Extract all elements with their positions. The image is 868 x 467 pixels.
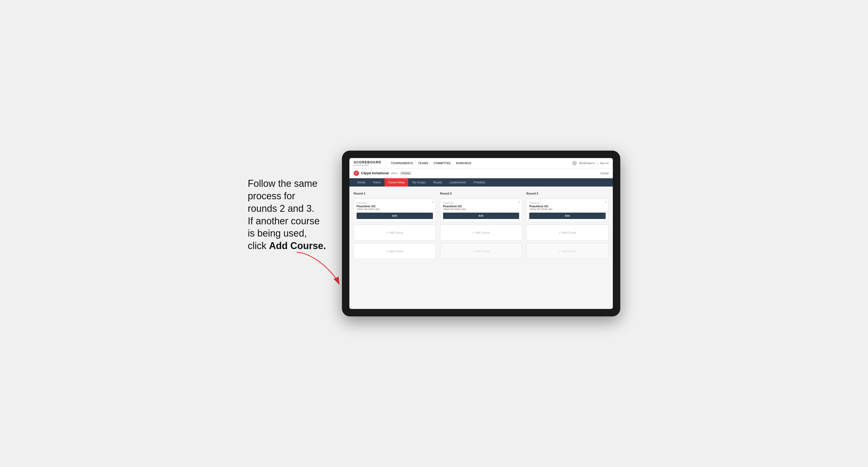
round-3-course-details: Yellow (M) (6629 yds) (529, 208, 606, 211)
tab-teams[interactable]: Teams (369, 178, 384, 187)
tournament-info: C Clippd Invitational (Men) Hosting (354, 170, 411, 176)
instruction-line5: is being used, (248, 228, 307, 239)
tablet: SCOREBOARD Powered by clippd TOURNAMENTS… (342, 151, 620, 316)
plus-icon-r2-2: + (473, 250, 475, 253)
round-1-course-type: (Course A) (356, 202, 433, 204)
round-2-edit-button[interactable]: Edit (443, 213, 519, 219)
plus-icon-r3-1: + (559, 231, 561, 235)
sub-header: C Clippd Invitational (Men) Hosting Canc… (349, 168, 613, 178)
instruction-line4: If another course (248, 216, 319, 226)
round-2-remove-button[interactable]: × (518, 200, 520, 204)
logo-sub: Powered by clippd (354, 164, 381, 166)
pipe-separator: | (597, 162, 598, 164)
round-2-label: Round 2 (440, 192, 522, 195)
instruction-line3: rounds 2 and 3. (248, 203, 314, 214)
round-3-edit-button[interactable]: Edit (529, 213, 606, 219)
round-3-course-type: (Course A) (529, 202, 606, 204)
add-course-label-r1-1: Add Course (389, 231, 403, 234)
plus-icon-r3-2: + (559, 250, 561, 253)
tab-bar: Details Teams Course Setup Tee Groups Re… (349, 178, 613, 187)
round-2-course-card: × (Course A) Peachtree GC Yellow (M) (66… (440, 199, 522, 222)
nav-rankings[interactable]: RANKINGS (456, 162, 471, 165)
logo-scoreboard: SCOREBOARD (354, 160, 381, 164)
round-1-course-card: × (Course A) Peachtree GC Yellow (M) (66… (354, 199, 436, 222)
instruction-line1: Follow the same (248, 178, 317, 189)
nav-links: TOURNAMENTS TEAMS COMMITTEE RANKINGS (391, 162, 566, 165)
round-3-course-name: Peachtree GC (529, 205, 606, 208)
instruction-text: Follow the same process for rounds 2 and… (248, 178, 326, 252)
round-3-label: Round 3 (526, 192, 609, 195)
round-1-label: Round 1 (354, 192, 436, 195)
add-course-label-r3-2: Add Course (562, 250, 576, 253)
tournament-logo: C (354, 170, 359, 176)
main-content: Round 1 × (Course A) Peachtree GC Yellow… (349, 187, 613, 309)
tablet-screen: SCOREBOARD Powered by clippd TOURNAMENTS… (349, 158, 613, 309)
left-section: Follow the same process for rounds 2 and… (248, 178, 326, 289)
add-course-label-r3-1: Add Course (562, 231, 576, 234)
tab-tee-groups[interactable]: Tee Groups (408, 178, 430, 187)
add-course-label-r2-1: Add Course (475, 231, 490, 234)
tab-details[interactable]: Details (354, 178, 369, 187)
round-2-course-name: Peachtree GC (443, 205, 519, 208)
round-1-course-details: Yellow (M) (6629 yds) (356, 208, 433, 211)
nav-committee[interactable]: COMMITTEE (434, 162, 451, 165)
sign-out-link[interactable]: Sign out (600, 162, 609, 164)
plus-icon-r1-2: + (386, 250, 388, 253)
rounds-grid: Round 1 × (Course A) Peachtree GC Yellow… (354, 192, 609, 259)
round-1-column: Round 1 × (Course A) Peachtree GC Yellow… (354, 192, 436, 259)
round-3-add-course-2: + Add Course (526, 243, 609, 259)
round-1-edit-button[interactable]: Edit (356, 213, 433, 219)
nav-right: blair@clippd.io | Sign out (572, 161, 609, 165)
round-3-add-course-1[interactable]: + Add Course (526, 225, 609, 241)
plus-icon-r1-1: + (386, 231, 388, 235)
annotation-arrow (289, 247, 347, 289)
nav-teams[interactable]: TEAMS (418, 162, 428, 165)
round-1-add-course-2[interactable]: + Add Course (354, 243, 436, 259)
tab-results[interactable]: Results (430, 178, 446, 187)
top-nav: SCOREBOARD Powered by clippd TOURNAMENTS… (349, 158, 613, 168)
tournament-name: Clippd Invitational (361, 172, 389, 175)
round-3-remove-button[interactable]: × (605, 200, 607, 204)
add-course-label-r1-2: Add Course (389, 250, 403, 253)
nav-tournaments[interactable]: TOURNAMENTS (391, 162, 413, 165)
round-1-course-name: Peachtree GC (356, 205, 433, 208)
logo-area: SCOREBOARD Powered by clippd (354, 160, 381, 166)
tab-printables[interactable]: Printables (470, 178, 489, 187)
page-wrapper: Follow the same process for rounds 2 and… (248, 151, 620, 316)
plus-icon-r2-1: + (473, 231, 475, 235)
round-2-add-course-1[interactable]: + Add Course (440, 225, 522, 241)
tab-leaderboards[interactable]: Leaderboards (446, 178, 470, 187)
add-course-label-r2-2: Add Course (475, 250, 490, 253)
hosting-badge: Hosting (400, 172, 411, 175)
instruction-line6-prefix: click (248, 240, 269, 251)
round-3-column: Round 3 × (Course A) Peachtree GC Yellow… (526, 192, 609, 259)
round-2-course-details: Yellow (M) (6629 yds) (443, 208, 519, 211)
tab-course-setup[interactable]: Course Setup (384, 178, 408, 187)
user-avatar (572, 161, 577, 165)
round-2-column: Round 2 × (Course A) Peachtree GC Yellow… (440, 192, 522, 259)
round-2-add-course-2: + Add Course (440, 243, 522, 259)
tournament-type: (Men) (391, 172, 398, 175)
user-email: blair@clippd.io (579, 162, 595, 164)
round-1-add-course-1[interactable]: + Add Course (354, 225, 436, 241)
round-3-course-card: × (Course A) Peachtree GC Yellow (M) (66… (526, 199, 609, 222)
round-1-remove-button[interactable]: × (432, 200, 434, 204)
round-2-course-type: (Course A) (443, 202, 519, 204)
cancel-button[interactable]: Cancel (600, 172, 609, 175)
instruction-line2: process for (248, 190, 295, 201)
